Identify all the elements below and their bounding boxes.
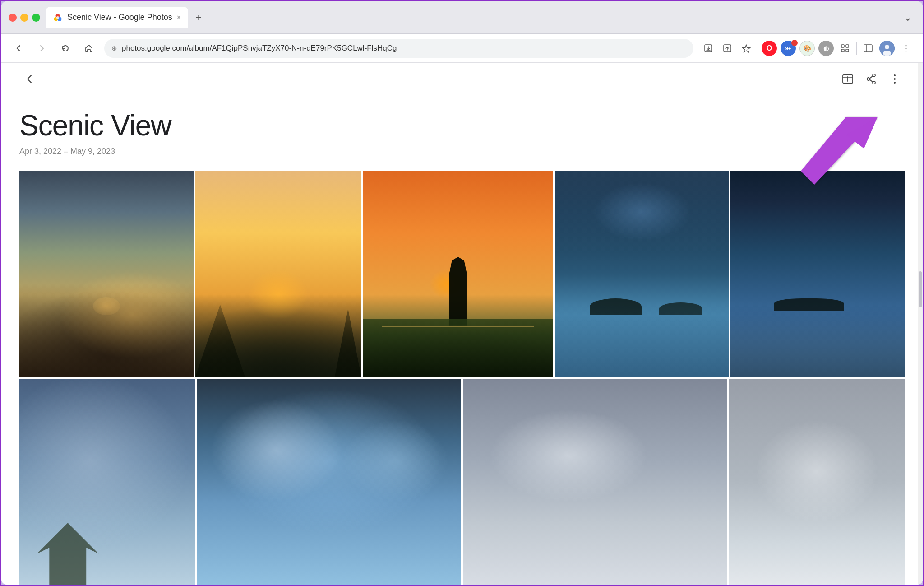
new-tab-button[interactable]: + <box>190 9 207 26</box>
svg-rect-9 <box>841 49 844 52</box>
add-to-album-button[interactable] <box>838 69 858 89</box>
browser-window: Scenic View - Google Photos × + ⌄ <box>1 1 923 585</box>
album-title: Scenic View <box>19 110 905 141</box>
back-button[interactable] <box>10 40 27 56</box>
svg-point-3 <box>56 16 59 19</box>
photo-row-1 <box>19 171 905 377</box>
photo-sunset-beach[interactable] <box>19 171 194 377</box>
svg-point-14 <box>885 45 889 49</box>
svg-point-15 <box>883 51 891 56</box>
color-ext-icon[interactable]: 🎨 <box>799 41 815 56</box>
svg-point-23 <box>894 74 896 76</box>
scroll-thumb[interactable] <box>919 271 922 307</box>
photo-monument-sunset[interactable] <box>363 171 553 377</box>
photo-clouds3[interactable] <box>463 379 727 585</box>
photos-app-header <box>1 63 923 95</box>
minimize-window-button[interactable] <box>20 14 28 22</box>
svg-point-17 <box>906 47 907 49</box>
photo-clouds4[interactable] <box>729 379 905 585</box>
photo-blue-water2[interactable] <box>730 171 905 377</box>
album-content: Scenic View Apr 3, 2022 – May 9, 2023 <box>1 95 923 585</box>
browser-menu-icon[interactable] <box>898 41 914 56</box>
traffic-lights <box>9 14 40 22</box>
svg-point-18 <box>906 50 907 51</box>
toolbar-icons: O 9+ 🎨 ◐ <box>701 41 914 56</box>
extensions-icon[interactable] <box>837 41 853 56</box>
tab-title: Scenic View - Google Photos <box>67 13 172 22</box>
photo-clouds1[interactable] <box>19 379 195 585</box>
sidebar-icon[interactable] <box>860 41 876 56</box>
star-icon[interactable] <box>739 41 754 56</box>
url-bar: ⊕ photos.google.com/album/AF1QipPSnvjaTZ… <box>1 34 923 63</box>
svg-rect-8 <box>846 45 849 47</box>
share-button[interactable] <box>861 69 881 89</box>
photo-sunset-trees[interactable] <box>195 171 361 377</box>
title-bar: Scenic View - Google Photos × + ⌄ <box>1 1 923 34</box>
svg-rect-7 <box>841 45 844 47</box>
home-button[interactable] <box>81 40 97 56</box>
scrollbar[interactable] <box>918 63 923 585</box>
download-icon[interactable] <box>701 41 716 56</box>
more-options-button[interactable] <box>885 69 905 89</box>
photo-row-2 <box>19 379 905 585</box>
toolbar-divider-1 <box>758 42 758 55</box>
svg-point-22 <box>873 81 875 84</box>
profile-avatar[interactable] <box>879 41 895 56</box>
svg-rect-11 <box>864 45 872 52</box>
toolbar-divider-2 <box>856 42 857 55</box>
photo-blue-water[interactable] <box>555 171 729 377</box>
photo-clouds2[interactable] <box>197 379 461 585</box>
opera-icon[interactable]: O <box>762 41 777 56</box>
svg-point-21 <box>867 78 870 80</box>
security-icon: ⊕ <box>111 44 117 52</box>
google-photos-favicon <box>53 13 63 23</box>
forward-button[interactable] <box>34 40 50 56</box>
page-content: Scenic View Apr 3, 2022 – May 9, 2023 <box>1 63 923 585</box>
grey-ext-icon[interactable]: ◐ <box>818 41 834 56</box>
album-date-range: Apr 3, 2022 – May 9, 2023 <box>19 147 905 156</box>
svg-point-24 <box>894 78 896 80</box>
refresh-button[interactable] <box>57 40 74 56</box>
close-window-button[interactable] <box>9 14 17 22</box>
album-back-button[interactable] <box>19 69 39 89</box>
active-tab[interactable]: Scenic View - Google Photos × <box>46 7 188 28</box>
photo-grid <box>19 171 905 585</box>
maximize-window-button[interactable] <box>32 14 40 22</box>
svg-rect-10 <box>846 49 849 52</box>
svg-point-16 <box>906 45 907 46</box>
tab-dropdown-button[interactable]: ⌄ <box>904 12 915 23</box>
svg-point-25 <box>894 82 896 84</box>
url-text: photos.google.com/album/AF1QipPSnvjaTZyX… <box>122 44 686 53</box>
screenshot-ext-icon[interactable]: 9+ <box>781 41 796 56</box>
url-input[interactable]: ⊕ photos.google.com/album/AF1QipPSnvjaTZ… <box>104 39 693 58</box>
tab-close-button[interactable]: × <box>177 14 181 22</box>
header-actions <box>838 69 905 89</box>
svg-point-20 <box>873 74 875 77</box>
share-upload-icon[interactable] <box>720 41 735 56</box>
tab-bar: Scenic View - Google Photos × + ⌄ <box>46 7 915 28</box>
